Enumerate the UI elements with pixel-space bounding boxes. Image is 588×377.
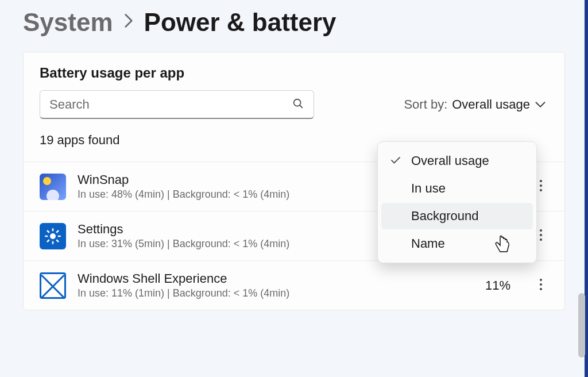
svg-line-11	[56, 240, 59, 242]
panel-title: Battery usage per app	[24, 52, 564, 90]
svg-point-17	[540, 279, 542, 281]
sort-menu: Overall usage In use Background Name	[377, 141, 537, 263]
search-input-wrap[interactable]	[40, 90, 314, 119]
svg-line-12	[47, 240, 49, 242]
svg-point-5	[50, 233, 56, 239]
sort-option-label: In use	[411, 181, 446, 196]
svg-line-10	[47, 230, 49, 233]
chevron-right-icon	[123, 13, 134, 33]
svg-point-16	[540, 238, 542, 241]
svg-point-4	[540, 189, 542, 191]
breadcrumb-current: Power & battery	[144, 8, 336, 37]
more-options-button[interactable]	[533, 274, 548, 297]
breadcrumb: System Power & battery	[0, 0, 588, 37]
check-icon	[390, 155, 403, 167]
svg-line-13	[56, 230, 59, 233]
search-icon	[292, 97, 304, 112]
sort-option-background[interactable]: Background	[381, 203, 533, 229]
breadcrumb-parent[interactable]: System	[23, 8, 113, 37]
app-icon-winsnap	[40, 174, 66, 200]
sort-value: Overall usage	[452, 97, 530, 112]
scrollbar-thumb[interactable]	[578, 293, 585, 357]
app-icon-shell	[40, 272, 66, 299]
sort-option-inuse[interactable]: In use	[381, 175, 533, 202]
svg-line-1	[300, 105, 302, 107]
search-sort-row: Sort by: Overall usage	[24, 90, 564, 127]
app-text: Windows Shell Experience In use: 11% (1m…	[78, 271, 462, 299]
app-row[interactable]: Windows Shell Experience In use: 11% (1m…	[24, 260, 564, 310]
svg-point-14	[540, 229, 542, 232]
sort-option-overall[interactable]: Overall usage	[381, 148, 533, 174]
app-name: Windows Shell Experience	[78, 271, 462, 286]
sort-option-label: Overall usage	[411, 153, 489, 168]
svg-point-2	[540, 180, 542, 182]
search-input[interactable]	[49, 97, 292, 112]
sort-option-label: Name	[411, 236, 445, 251]
sort-option-label: Background	[411, 209, 478, 224]
svg-point-15	[540, 234, 542, 236]
sort-by-dropdown[interactable]: Sort by: Overall usage	[404, 97, 548, 112]
chevron-down-icon	[535, 97, 546, 112]
app-percent: 11%	[474, 278, 522, 293]
svg-point-3	[540, 184, 542, 187]
sort-option-name[interactable]: Name	[381, 230, 533, 257]
app-icon-settings	[40, 223, 66, 249]
app-subtext: In use: 11% (1min) | Background: < 1% (4…	[78, 287, 462, 299]
svg-point-19	[540, 288, 542, 290]
sort-label: Sort by:	[404, 97, 447, 112]
svg-point-18	[540, 283, 542, 286]
